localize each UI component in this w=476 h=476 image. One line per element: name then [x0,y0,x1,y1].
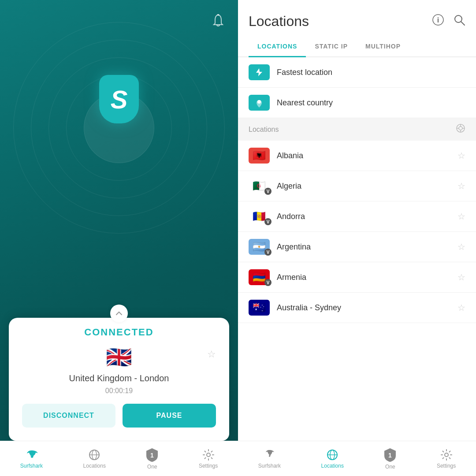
nav-label-settings-right: Settings [437,463,456,469]
svg-point-0 [217,14,219,16]
nav-item-locations-left[interactable]: Locations [83,449,106,469]
country-name: Andorra [277,212,450,221]
nav-label-surfshark-left: Surfshark [20,463,43,469]
nearest-country-item[interactable]: Nearest country [238,88,476,118]
disconnect-button[interactable]: DISCONNECT [22,404,115,428]
list-item[interactable]: 🇦🇩 V Andorra ☆ [238,201,476,232]
rings-container [13,22,225,234]
connection-timer: 00:00:19 [105,387,133,395]
nav-item-surfshark-left[interactable]: Surfshark [20,449,43,469]
ring-5 [13,22,225,234]
svg-point-13 [459,126,462,130]
chevron-up-icon[interactable] [110,305,128,322]
fastest-location-item[interactable]: Fastest location [238,57,476,88]
nav-item-one-right[interactable]: 1 One [384,448,396,470]
svg-text:i: i [437,16,439,24]
tab-static-ip[interactable]: STATIC IP [306,37,357,57]
nav-item-surfshark-right[interactable]: Surfshark [258,449,281,469]
svg-line-9 [461,22,465,25]
favorite-icon[interactable]: ☆ [457,211,465,222]
list-item[interactable]: 🇦🇷 V Argentina ☆ [238,232,476,262]
nav-item-settings-left[interactable]: Settings [199,449,218,469]
svg-marker-10 [256,68,262,76]
list-item[interactable]: 🇩🇿 V Algeria ☆ [238,171,476,201]
svg-text:1: 1 [389,452,392,459]
right-bottom-nav: Surfshark Locations 1 One [238,441,476,476]
section-title: Locations [249,126,279,134]
favorite-icon[interactable]: ☆ [457,272,465,283]
nav-label-surfshark-right: Surfshark [258,463,281,469]
nav-item-settings-right[interactable]: Settings [437,449,456,469]
app-container: S CONNECTED 🇬🇧 United Kingdom - London 0… [0,0,476,476]
nav-label-locations-right: Locations [321,463,344,469]
nav-label-one-right: One [385,464,395,470]
svg-text:1: 1 [151,452,154,459]
right-panel: Locations i LOCATIONS STATI [238,0,476,476]
favorite-icon[interactable]: ☆ [457,242,465,252]
country-name: Argentina [277,242,450,252]
country-name: Algeria [277,182,450,191]
list-item[interactable]: 🇦🇲 V Armenia ☆ [238,262,476,293]
countries-section-header: Locations [238,118,476,141]
nav-item-locations-right[interactable]: Locations [321,449,344,469]
location-name: United Kingdom - London [69,373,169,383]
list-item[interactable]: 🇦🇱 Albania ☆ [238,141,476,171]
connected-status: CONNECTED [22,327,216,338]
location-info: 🇬🇧 United Kingdom - London 00:00:19 [22,345,216,395]
country-flag: 🇬🇧 [106,345,132,370]
nav-label-one-left: One [147,464,157,470]
favorite-icon[interactable]: ☆ [457,302,465,313]
tab-multihop[interactable]: MULTIHOP [357,37,409,57]
nearest-icon [249,95,270,111]
list-item[interactable]: 🇦🇺 Australia - Sydney ☆ [238,293,476,323]
nav-label-settings-left: Settings [199,463,218,469]
surfshark-logo: S [99,75,139,123]
nav-label-locations-left: Locations [83,463,106,469]
nav-item-one-left[interactable]: 1 One [146,448,158,470]
header-icons: i [432,14,465,29]
favorite-star-icon[interactable]: ☆ [207,349,216,360]
tab-bar: LOCATIONS STATIC IP MULTIHOP [238,37,476,57]
right-header: Locations i [238,0,476,30]
nearest-label: Nearest country [277,98,465,108]
favorite-icon[interactable]: ☆ [457,181,465,191]
country-name: Australia - Sydney [277,303,450,312]
connected-card: CONNECTED 🇬🇧 United Kingdom - London 00:… [9,318,229,441]
fastest-icon [249,64,270,80]
country-name: Albania [277,151,450,160]
svg-point-5 [207,453,210,457]
fastest-label: Fastest location [277,68,465,77]
favorite-icon[interactable]: ☆ [457,150,465,161]
country-name: Armenia [277,273,450,282]
info-icon[interactable]: i [432,14,444,29]
page-title: Locations [249,13,309,30]
tab-locations[interactable]: LOCATIONS [249,37,306,57]
location-list: Fastest location Nearest country Locatio… [238,57,476,441]
sort-icon[interactable] [456,123,465,135]
action-buttons: DISCONNECT PAUSE [22,404,216,428]
bell-button[interactable] [212,13,225,30]
left-panel: S CONNECTED 🇬🇧 United Kingdom - London 0… [0,0,238,476]
left-bottom-nav: Surfshark Locations 1 One [0,441,238,476]
search-icon[interactable] [453,14,465,29]
svg-point-22 [445,453,448,457]
pause-button[interactable]: PAUSE [123,404,216,428]
